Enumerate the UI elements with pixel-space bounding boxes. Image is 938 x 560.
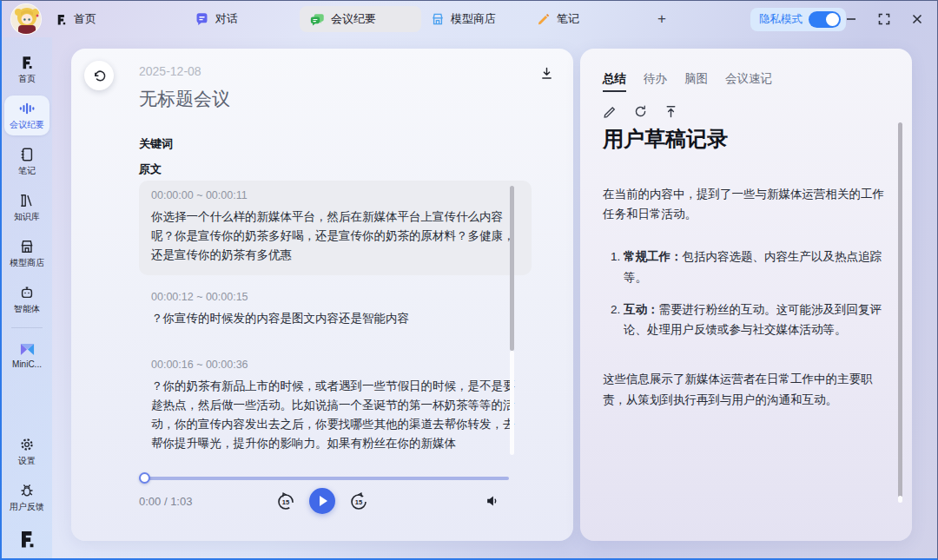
- playback-time: 0:00 / 1:03: [139, 495, 192, 508]
- toggle-knob: [826, 13, 839, 26]
- logo-f-icon: [17, 529, 37, 550]
- skip-forward-15-button[interactable]: 15: [347, 490, 370, 512]
- list-item-label: 常规工作：: [624, 250, 683, 263]
- maximize-icon: [878, 13, 890, 25]
- edit-pencil-icon: [603, 104, 618, 119]
- minimize-button[interactable]: [843, 11, 859, 27]
- tab-label: 对话: [215, 11, 238, 27]
- download-icon: [539, 66, 554, 81]
- transcript-segment[interactable]: 00:00:00 ~ 00:00:11 你选择一个什么样的新媒体平台，然后在新媒…: [139, 181, 532, 275]
- original-text-label: 原文: [139, 161, 162, 177]
- sidebar-item-notes[interactable]: 笔记: [4, 142, 50, 181]
- minimize-icon: [845, 13, 857, 25]
- tab-home[interactable]: 首页: [55, 1, 96, 37]
- svg-text:15: 15: [282, 498, 289, 506]
- segment-timestamp: 00:00:00 ~ 00:00:11: [151, 189, 519, 201]
- export-button[interactable]: [664, 104, 679, 120]
- tab-label: 模型商店: [451, 11, 496, 27]
- new-tab-button[interactable]: +: [651, 8, 672, 30]
- transcript-scrollbar: [510, 186, 514, 455]
- transcript-list: 00:00:00 ~ 00:00:11 你选择一个什么样的新媒体平台，然后在新媒…: [139, 181, 532, 471]
- svg-text:15: 15: [355, 498, 362, 506]
- sidebar-item-settings[interactable]: 设置: [4, 432, 50, 471]
- sidebar-item-label: 模型商店: [10, 257, 44, 269]
- sidebar-item-model-store[interactable]: 模型商店: [4, 234, 50, 273]
- segment-timestamp: 00:00:12 ~ 00:00:15: [151, 291, 519, 303]
- edit-button[interactable]: [603, 104, 618, 120]
- tab-label: 首页: [74, 11, 96, 27]
- user-avatar[interactable]: [10, 3, 42, 35]
- sidebar-item-label: MiniC...: [12, 359, 42, 369]
- transcript-segment[interactable]: 00:00:12 ~ 00:00:15 ？你宣传的时候发的内容是图文内容还是智能…: [139, 282, 532, 339]
- logo-f-icon: [19, 55, 35, 70]
- library-books-icon: [19, 193, 35, 208]
- sidebar: 首页 会议纪要 笔记 知识库 模型商店: [2, 37, 52, 558]
- skip-back-15-button[interactable]: 15: [274, 490, 297, 512]
- transcript-segment[interactable]: 00:00:16 ~ 00:00:36 ？你的奶茶有新品上市的时候，或者遇到一些…: [139, 350, 532, 463]
- sidebar-item-minicpm[interactable]: MiniC...: [4, 337, 50, 373]
- sidebar-item-meeting-notes[interactable]: 会议纪要: [4, 96, 50, 135]
- segment-text: ？你宣传的时候发的内容是图文内容还是智能内容: [151, 309, 519, 328]
- play-button[interactable]: [309, 488, 335, 514]
- upload-icon: [664, 104, 678, 119]
- tab-model-store[interactable]: 模型商店: [431, 1, 496, 37]
- toggle-switch-on[interactable]: [809, 11, 841, 28]
- refresh-icon: [633, 104, 648, 119]
- store-icon: [19, 239, 35, 254]
- regenerate-button[interactable]: [633, 104, 649, 120]
- sidebar-item-label: 笔记: [18, 165, 36, 177]
- back-button[interactable]: [84, 61, 114, 90]
- bug-icon: [19, 483, 35, 498]
- title-bar: 首页 对话 会议纪要: [2, 1, 937, 37]
- undo-back-icon: [92, 69, 107, 83]
- sidebar-item-knowledge-base[interactable]: 知识库: [4, 188, 50, 227]
- summary-heading: 用户草稿记录: [603, 125, 728, 153]
- list-item-label: 互动：: [624, 303, 659, 316]
- tab-meeting-notes-active[interactable]: 会议纪要: [300, 6, 421, 32]
- summary-intro: 在当前的内容中，提到了一些与新媒体运营相关的工作任务和日常活动。: [603, 184, 891, 224]
- meeting-detail-panel: 2025-12-08 无标题会议 关键词 原文 00:00:00 ~ 00:00…: [71, 49, 573, 541]
- summary-outro: 这些信息展示了新媒体运营者在日常工作中的主要职责，从策划到执行再到与用户的沟通和…: [603, 369, 891, 409]
- sidebar-item-label: 设置: [18, 455, 36, 467]
- tab-todo[interactable]: 待办: [644, 71, 667, 92]
- summary-panel: 总结 待办 脑图 会议速记 用户草稿记录: [580, 49, 912, 541]
- store-icon: [431, 12, 445, 26]
- sidebar-item-home[interactable]: 首页: [4, 49, 50, 89]
- scrollbar-thumb[interactable]: [898, 122, 902, 497]
- player-controls: 15 15: [274, 488, 370, 514]
- tab-mindmap[interactable]: 脑图: [684, 71, 708, 92]
- sidebar-item-agents[interactable]: 智能体: [4, 280, 50, 320]
- segment-text: 你选择一个什么样的新媒体平台，然后在新媒体平台上宣传什么内容呢？你是宣传你的奶茶…: [151, 208, 519, 265]
- sidebar-item-label: 会议纪要: [10, 119, 44, 131]
- tab-shorthand[interactable]: 会议速记: [725, 71, 772, 92]
- meeting-chat-icon: [310, 12, 325, 27]
- app-logo: [17, 529, 37, 550]
- volume-button[interactable]: [485, 493, 500, 509]
- maximize-button[interactable]: [876, 11, 892, 27]
- summary-list-item: 常规工作：包括内容选题、内容生产以及热点追踪等。: [624, 247, 891, 287]
- close-button[interactable]: [909, 11, 925, 27]
- tab-label: 会议纪要: [331, 11, 376, 27]
- privacy-mode-toggle[interactable]: 隐私模式: [750, 8, 846, 31]
- sidebar-item-label: 智能体: [14, 303, 40, 315]
- gear-icon: [19, 437, 35, 452]
- tab-notes[interactable]: 笔记: [537, 1, 579, 37]
- sidebar-item-label: 用户反馈: [10, 501, 44, 513]
- sidebar-item-label: 知识库: [14, 211, 40, 223]
- tab-summary[interactable]: 总结: [603, 71, 626, 92]
- summary-list-item: 互动：需要进行粉丝的互动。这可能涉及到回复评论、处理用户反馈或参与社交媒体活动等…: [624, 300, 891, 339]
- segment-timestamp: 00:00:16 ~ 00:00:36: [151, 359, 519, 371]
- audio-progress-slider[interactable]: [141, 477, 509, 480]
- slider-thumb[interactable]: [139, 472, 150, 484]
- waveform-icon: [18, 101, 36, 116]
- download-button[interactable]: [539, 66, 554, 81]
- meeting-date: 2025-12-08: [139, 64, 201, 78]
- scrollbar-thumb[interactable]: [510, 186, 514, 351]
- notebook-icon: [19, 147, 35, 162]
- play-icon: [320, 496, 327, 506]
- app-window: 首页 对话 会议纪要: [0, 0, 938, 560]
- speaker-icon: [485, 493, 500, 509]
- tab-chat[interactable]: 对话: [195, 1, 238, 37]
- sidebar-item-feedback[interactable]: 用户反馈: [4, 478, 50, 517]
- segment-text: ？你的奶茶有新品上市的时候，或者遇到一些节假日的时候，是不是要趁热点，然后做一些…: [151, 377, 519, 452]
